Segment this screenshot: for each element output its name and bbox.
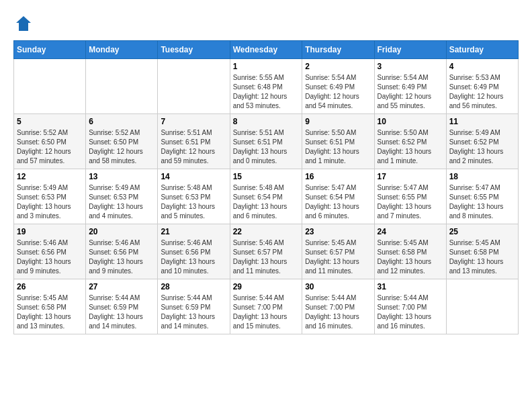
day-info: Sunrise: 5:47 AM Sunset: 6:54 PM Dayligh…: [305, 183, 371, 221]
calendar-cell: 14Sunrise: 5:48 AM Sunset: 6:53 PM Dayli…: [158, 169, 230, 224]
day-header-monday: Monday: [86, 41, 158, 59]
day-number: 10: [378, 117, 443, 126]
calendar-cell: 28Sunrise: 5:44 AM Sunset: 6:59 PM Dayli…: [158, 279, 230, 334]
day-number: 26: [17, 282, 83, 291]
calendar-cell: 4Sunrise: 5:53 AM Sunset: 6:49 PM Daylig…: [446, 59, 518, 114]
day-info: Sunrise: 5:51 AM Sunset: 6:51 PM Dayligh…: [233, 128, 300, 166]
day-info: Sunrise: 5:52 AM Sunset: 6:50 PM Dayligh…: [17, 128, 83, 166]
day-info: Sunrise: 5:54 AM Sunset: 6:49 PM Dayligh…: [378, 73, 443, 111]
day-info: Sunrise: 5:49 AM Sunset: 6:52 PM Dayligh…: [449, 128, 515, 166]
svg-marker-0: [16, 16, 31, 31]
calendar-cell: 7Sunrise: 5:51 AM Sunset: 6:51 PM Daylig…: [158, 114, 230, 169]
day-info: Sunrise: 5:53 AM Sunset: 6:49 PM Dayligh…: [449, 73, 515, 111]
calendar-cell: 18Sunrise: 5:47 AM Sunset: 6:55 PM Dayli…: [446, 169, 518, 224]
calendar-cell: 20Sunrise: 5:46 AM Sunset: 6:56 PM Dayli…: [86, 224, 158, 279]
day-info: Sunrise: 5:44 AM Sunset: 7:00 PM Dayligh…: [305, 293, 371, 331]
calendar-cell: 27Sunrise: 5:44 AM Sunset: 6:59 PM Dayli…: [86, 279, 158, 334]
day-number: 24: [378, 227, 443, 236]
day-info: Sunrise: 5:44 AM Sunset: 7:00 PM Dayligh…: [233, 293, 300, 331]
day-number: 18: [449, 172, 515, 181]
day-header-friday: Friday: [374, 41, 446, 59]
calendar-cell: [446, 279, 518, 334]
calendar-cell: 11Sunrise: 5:49 AM Sunset: 6:52 PM Dayli…: [446, 114, 518, 169]
calendar-cell: 22Sunrise: 5:46 AM Sunset: 6:57 PM Dayli…: [230, 224, 302, 279]
day-header-saturday: Saturday: [446, 41, 518, 59]
calendar-cell: [158, 59, 230, 114]
day-number: 14: [161, 172, 226, 181]
logo: [13, 13, 36, 34]
day-info: Sunrise: 5:45 AM Sunset: 6:58 PM Dayligh…: [449, 238, 515, 276]
day-number: 12: [17, 172, 83, 181]
calendar-week-5: 26Sunrise: 5:45 AM Sunset: 6:58 PM Dayli…: [14, 279, 519, 334]
logo-icon: [13, 13, 34, 34]
day-info: Sunrise: 5:49 AM Sunset: 6:53 PM Dayligh…: [89, 183, 154, 221]
day-info: Sunrise: 5:44 AM Sunset: 6:59 PM Dayligh…: [161, 293, 226, 331]
calendar-cell: 16Sunrise: 5:47 AM Sunset: 6:54 PM Dayli…: [302, 169, 374, 224]
day-number: 28: [161, 282, 226, 291]
day-info: Sunrise: 5:51 AM Sunset: 6:51 PM Dayligh…: [161, 128, 226, 166]
calendar-cell: 30Sunrise: 5:44 AM Sunset: 7:00 PM Dayli…: [302, 279, 374, 334]
calendar-cell: 24Sunrise: 5:45 AM Sunset: 6:58 PM Dayli…: [374, 224, 446, 279]
calendar-cell: 23Sunrise: 5:45 AM Sunset: 6:57 PM Dayli…: [302, 224, 374, 279]
day-number: 3: [378, 62, 443, 71]
day-info: Sunrise: 5:46 AM Sunset: 6:57 PM Dayligh…: [233, 238, 300, 276]
day-number: 8: [233, 117, 300, 126]
calendar-cell: [86, 59, 158, 114]
day-number: 23: [305, 227, 371, 236]
day-number: 16: [305, 172, 371, 181]
calendar-cell: 2Sunrise: 5:54 AM Sunset: 6:49 PM Daylig…: [302, 59, 374, 114]
calendar-week-3: 12Sunrise: 5:49 AM Sunset: 6:53 PM Dayli…: [14, 169, 519, 224]
day-number: 21: [161, 227, 226, 236]
day-info: Sunrise: 5:52 AM Sunset: 6:50 PM Dayligh…: [89, 128, 154, 166]
calendar-cell: [14, 59, 86, 114]
calendar-cell: 25Sunrise: 5:45 AM Sunset: 6:58 PM Dayli…: [446, 224, 518, 279]
day-info: Sunrise: 5:48 AM Sunset: 6:54 PM Dayligh…: [233, 183, 300, 221]
day-info: Sunrise: 5:45 AM Sunset: 6:57 PM Dayligh…: [305, 238, 371, 276]
day-info: Sunrise: 5:45 AM Sunset: 6:58 PM Dayligh…: [378, 238, 443, 276]
day-info: Sunrise: 5:45 AM Sunset: 6:58 PM Dayligh…: [17, 293, 83, 331]
day-info: Sunrise: 5:46 AM Sunset: 6:56 PM Dayligh…: [17, 238, 83, 276]
calendar-cell: 8Sunrise: 5:51 AM Sunset: 6:51 PM Daylig…: [230, 114, 302, 169]
day-number: 5: [17, 117, 83, 126]
day-number: 13: [89, 172, 154, 181]
day-info: Sunrise: 5:44 AM Sunset: 7:00 PM Dayligh…: [378, 293, 443, 331]
calendar-cell: 29Sunrise: 5:44 AM Sunset: 7:00 PM Dayli…: [230, 279, 302, 334]
day-number: 17: [378, 172, 443, 181]
day-header-sunday: Sunday: [14, 41, 86, 59]
day-info: Sunrise: 5:47 AM Sunset: 6:55 PM Dayligh…: [378, 183, 443, 221]
calendar-week-2: 5Sunrise: 5:52 AM Sunset: 6:50 PM Daylig…: [14, 114, 519, 169]
day-info: Sunrise: 5:46 AM Sunset: 6:56 PM Dayligh…: [161, 238, 226, 276]
day-number: 30: [305, 282, 371, 291]
day-number: 7: [161, 117, 226, 126]
day-number: 15: [233, 172, 300, 181]
day-number: 4: [449, 62, 515, 71]
calendar-cell: 5Sunrise: 5:52 AM Sunset: 6:50 PM Daylig…: [14, 114, 86, 169]
day-number: 29: [233, 282, 300, 291]
calendar-cell: 31Sunrise: 5:44 AM Sunset: 7:00 PM Dayli…: [374, 279, 446, 334]
calendar-week-1: 1Sunrise: 5:55 AM Sunset: 6:48 PM Daylig…: [14, 59, 519, 114]
day-number: 25: [449, 227, 515, 236]
day-number: 19: [17, 227, 83, 236]
day-info: Sunrise: 5:50 AM Sunset: 6:52 PM Dayligh…: [378, 128, 443, 166]
day-info: Sunrise: 5:48 AM Sunset: 6:53 PM Dayligh…: [161, 183, 226, 221]
day-info: Sunrise: 5:49 AM Sunset: 6:53 PM Dayligh…: [17, 183, 83, 221]
day-info: Sunrise: 5:44 AM Sunset: 6:59 PM Dayligh…: [89, 293, 154, 331]
day-number: 22: [233, 227, 300, 236]
day-number: 9: [305, 117, 371, 126]
calendar-cell: 10Sunrise: 5:50 AM Sunset: 6:52 PM Dayli…: [374, 114, 446, 169]
day-number: 2: [305, 62, 371, 71]
calendar-cell: 3Sunrise: 5:54 AM Sunset: 6:49 PM Daylig…: [374, 59, 446, 114]
day-header-thursday: Thursday: [302, 41, 374, 59]
calendar-cell: 19Sunrise: 5:46 AM Sunset: 6:56 PM Dayli…: [14, 224, 86, 279]
calendar-week-4: 19Sunrise: 5:46 AM Sunset: 6:56 PM Dayli…: [14, 224, 519, 279]
calendar-cell: 13Sunrise: 5:49 AM Sunset: 6:53 PM Dayli…: [86, 169, 158, 224]
day-number: 11: [449, 117, 515, 126]
day-header-wednesday: Wednesday: [230, 41, 302, 59]
calendar-cell: 15Sunrise: 5:48 AM Sunset: 6:54 PM Dayli…: [230, 169, 302, 224]
calendar-cell: 26Sunrise: 5:45 AM Sunset: 6:58 PM Dayli…: [14, 279, 86, 334]
day-header-tuesday: Tuesday: [158, 41, 230, 59]
page-header: [13, 13, 519, 34]
calendar-cell: 9Sunrise: 5:50 AM Sunset: 6:51 PM Daylig…: [302, 114, 374, 169]
calendar-header-row: SundayMondayTuesdayWednesdayThursdayFrid…: [14, 41, 519, 59]
day-info: Sunrise: 5:47 AM Sunset: 6:55 PM Dayligh…: [449, 183, 515, 221]
